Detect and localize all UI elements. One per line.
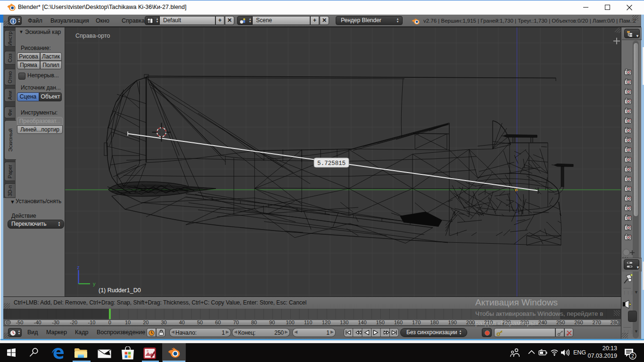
svg-text:5.725815: 5.725815 [317, 160, 346, 167]
svg-text:(1) Rudder1_D0: (1) Rudder1_D0 [99, 287, 141, 294]
svg-text:z: z [77, 264, 80, 270]
svg-text:y: y [93, 281, 96, 287]
svg-text:2: 2 [631, 353, 634, 359]
svg-text:Справа-орто: Справа-орто [75, 33, 110, 39]
